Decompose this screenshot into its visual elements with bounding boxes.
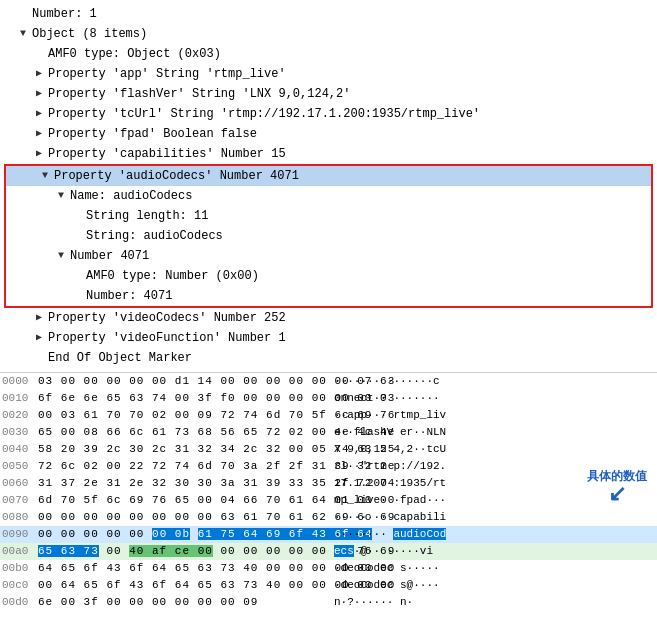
hex-row-2: 002000 03 61 70 70 02 00 09 72 74 6d 70 … — [0, 407, 657, 424]
red-border-box: Property 'audioCodecs' Number 4071 Name:… — [4, 164, 653, 308]
tree-item-end-of-object[interactable]: End Of Object Marker — [0, 348, 657, 368]
tree-item-prop-videofunction[interactable]: Property 'videoFunction' Number 1 — [0, 328, 657, 348]
tree-item-amf0type[interactable]: AMF0 type: Object (0x03) — [0, 44, 657, 64]
hex-row-7: 00706d 70 5f 6c 69 76 65 00 04 66 70 61 … — [0, 492, 657, 509]
hex-offset-3: 0030 — [2, 424, 38, 441]
hex-bytes-11[interactable]: 64 65 6f 43 6f 64 65 63 73 40 00 00 00 0… — [38, 560, 328, 577]
hex-offset-4: 0040 — [2, 441, 38, 458]
hex-offset-5: 0050 — [2, 458, 38, 475]
tree-arrow-prop-audiocodecs — [42, 167, 54, 185]
tree-text-prop-capabilities: Property 'capabilities' Number 15 — [48, 145, 286, 163]
hex-row-0: 000003 00 00 00 00 00 d1 14 00 00 00 00 … — [0, 373, 657, 390]
hex-offset-7: 0070 — [2, 492, 38, 509]
hex-ascii-2: ··app··· rtmp_liv — [328, 407, 655, 424]
hex-bytes-2[interactable]: 00 03 61 70 70 02 00 09 72 74 6d 70 5f 6… — [38, 407, 328, 424]
tree-item-prop-tcurl[interactable]: Property 'tcUrl' String 'rtmp://192.17.1… — [0, 104, 657, 124]
tree-arrow-amf0type — [36, 45, 48, 63]
tree-arrow-amf0type2 — [74, 267, 86, 285]
tree-item-name-audiocodecs[interactable]: Name: audioCodecs — [6, 186, 651, 206]
hex-ascii-3: e··flashV er··NLN — [328, 424, 655, 441]
hex-bytes-5[interactable]: 72 6c 02 00 22 72 74 6d 70 3a 2f 2f 31 3… — [38, 458, 328, 475]
hex-offset-8: 0080 — [2, 509, 38, 526]
tree-item-prop-fpad[interactable]: Property 'fpad' Boolean false — [0, 124, 657, 144]
hex-ascii-1: onnect·? ······· — [328, 390, 655, 407]
tree-text-prop-videocodecs: Property 'videoCodecs' Number 252 — [48, 309, 286, 327]
tree-arrow-prop-tcurl — [36, 105, 48, 123]
tree-item-number4071[interactable]: Number 4071 — [6, 246, 651, 266]
tree-item-number4071val[interactable]: Number: 4071 — [6, 286, 651, 306]
hex-row-12: 00c000 64 65 6f 43 6f 64 65 63 73 40 00 … — [0, 577, 657, 594]
hex-bytes-3[interactable]: 65 00 08 66 6c 61 73 68 56 65 72 02 00 4… — [38, 424, 328, 441]
tree-text-end-of-object: End Of Object Marker — [48, 349, 192, 367]
hex-offset-9: 0090 — [2, 526, 38, 543]
hex-bytes-6[interactable]: 31 37 2e 31 2e 32 30 30 3a 31 39 33 35 2… — [38, 475, 328, 492]
tree-item-prop-capabilities[interactable]: Property 'capabilities' Number 15 — [0, 144, 657, 164]
hex-bytes-9[interactable]: 00 00 00 00 00 00 0b 61 75 64 69 6f 43 6… — [38, 526, 328, 543]
hex-row-10: 00a065 63 73 00 40 af ce 00 00 00 00 00 … — [0, 543, 657, 560]
tree-text-prop-app: Property 'app' String 'rtmp_live' — [48, 65, 286, 83]
tree-arrow-name-audiocodecs — [58, 187, 70, 205]
hex-panel: 000003 00 00 00 00 00 d1 14 00 00 00 00 … — [0, 373, 657, 611]
hex-offset-13: 00d0 — [2, 594, 38, 611]
tree-item-strval[interactable]: String: audioCodecs — [6, 226, 651, 246]
hex-bytes-8[interactable]: 00 00 00 00 00 00 00 00 63 61 70 61 62 6… — [38, 509, 328, 526]
hex-row-8: 008000 00 00 00 00 00 00 00 63 61 70 61 … — [0, 509, 657, 526]
hex-offset-2: 0020 — [2, 407, 38, 424]
hex-offset-1: 0010 — [2, 390, 38, 407]
hex-offset-6: 0060 — [2, 475, 38, 492]
tree-text-number4071val: Number: 4071 — [86, 287, 172, 305]
tree-item-object8[interactable]: Object (8 items) — [0, 24, 657, 44]
tree-text-strval: String: audioCodecs — [86, 227, 223, 245]
tree-text-prop-videofunction: Property 'videoFunction' Number 1 — [48, 329, 286, 347]
hex-offset-0: 0000 — [2, 373, 38, 390]
tree-text-amf0type: AMF0 type: Object (0x03) — [48, 45, 221, 63]
hex-ascii-12: ·deoCodec s@···· — [328, 577, 655, 594]
tree-text-amf0type2: AMF0 type: Number (0x00) — [86, 267, 259, 285]
tree-text-number1: Number: 1 — [32, 5, 97, 23]
tree-arrow-number4071val — [74, 287, 86, 305]
hex-offset-11: 00b0 — [2, 560, 38, 577]
hex-bytes-7[interactable]: 6d 70 5f 6c 69 76 65 00 04 66 70 61 64 0… — [38, 492, 328, 509]
tree-text-object8: Object (8 items) — [32, 25, 147, 43]
tree-text-strlen: String length: 11 — [86, 207, 208, 225]
tree-item-number1[interactable]: Number: 1 — [0, 4, 657, 24]
tree-item-prop-audiocodecs[interactable]: Property 'audioCodecs' Number 4071 — [6, 166, 651, 186]
tree-item-prop-flashver[interactable]: Property 'flashVer' String 'LNX 9,0,124,… — [0, 84, 657, 104]
tree-arrow-prop-capabilities — [36, 145, 48, 163]
hex-row-1: 00106f 6e 6e 65 63 74 00 3f f0 00 00 00 … — [0, 390, 657, 407]
hex-offset-12: 00c0 — [2, 577, 38, 594]
tree-text-prop-audiocodecs: Property 'audioCodecs' Number 4071 — [54, 167, 299, 185]
annotation-arrow: ↙ — [608, 481, 626, 506]
tree-arrow-strval — [74, 227, 86, 245]
tree-arrow-prop-fpad — [36, 125, 48, 143]
tree-item-strlen[interactable]: String length: 11 — [6, 206, 651, 226]
hex-row-3: 003065 00 08 66 6c 61 73 68 56 65 72 02 … — [0, 424, 657, 441]
hex-ascii-10: ecs·@·· ·····vi — [328, 543, 655, 560]
hex-bytes-0[interactable]: 03 00 00 00 00 00 d1 14 00 00 00 00 00 0… — [38, 373, 328, 390]
hex-bytes-12[interactable]: 00 64 65 6f 43 6f 64 65 63 73 40 00 00 0… — [38, 577, 328, 594]
hex-bytes-4[interactable]: 58 20 39 2c 30 2c 31 32 34 2c 32 00 05 7… — [38, 441, 328, 458]
hex-row-11: 00b064 65 6f 43 6f 64 65 63 73 40 00 00 … — [0, 560, 657, 577]
hex-ascii-4: X 9,0,12 4,2··tcU — [328, 441, 655, 458]
hex-row-6: 006031 37 2e 31 2e 32 30 30 3a 31 39 33 … — [0, 475, 657, 492]
tree-arrow-prop-flashver — [36, 85, 48, 103]
hex-bytes-1[interactable]: 6f 6e 6e 65 63 74 00 3f f0 00 00 00 00 0… — [38, 390, 328, 407]
hex-bytes-13[interactable]: 6e 00 3f 00 00 00 00 00 00 09 — [38, 594, 328, 611]
tree-item-prop-app[interactable]: Property 'app' String 'rtmp_live' — [0, 64, 657, 84]
tree-item-amf0type2[interactable]: AMF0 type: Number (0x00) — [6, 266, 651, 286]
tree-arrow-number1 — [20, 5, 32, 23]
hex-bytes-10[interactable]: 65 63 73 00 40 af ce 00 00 00 00 00 00 0… — [38, 543, 328, 560]
hex-ascii-11: ·deoCodec s····· — [328, 560, 655, 577]
tree-text-prop-fpad: Property 'fpad' Boolean false — [48, 125, 257, 143]
hex-row-4: 004058 20 39 2c 30 2c 31 32 34 2c 32 00 … — [0, 441, 657, 458]
hex-row-13: 00d06e 00 3f 00 00 00 00 00 00 09n·?····… — [0, 594, 657, 611]
tree-item-prop-videocodecs[interactable]: Property 'videoCodecs' Number 252 — [0, 308, 657, 328]
tree-panel: Number: 1 Object (8 items) AMF0 type: Ob… — [0, 0, 657, 373]
hex-ascii-9: ········ audioCod — [328, 526, 655, 543]
tree-arrow-number4071 — [58, 247, 70, 265]
tree-text-prop-tcurl: Property 'tcUrl' String 'rtmp://192.17.1… — [48, 105, 480, 123]
tree-arrow-prop-videocodecs — [36, 309, 48, 327]
hex-ascii-8: ········ capabili — [328, 509, 655, 526]
tree-text-number4071: Number 4071 — [70, 247, 149, 265]
tree-arrow-end-of-object — [36, 349, 48, 367]
